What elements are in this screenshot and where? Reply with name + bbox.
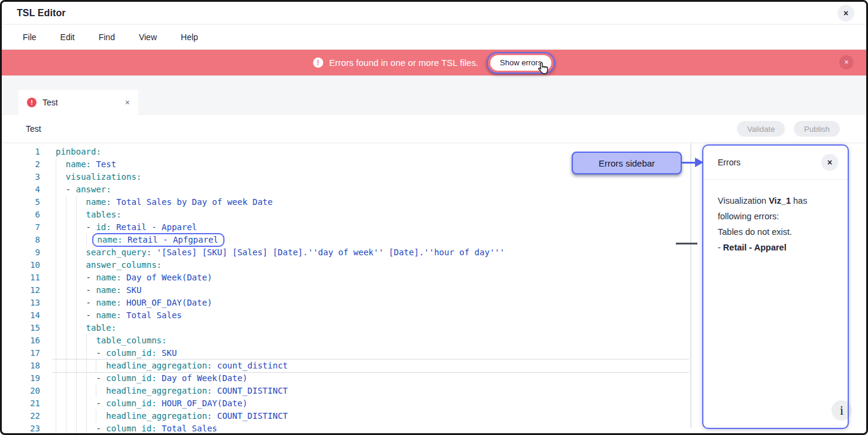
menu-find[interactable]: Find [99, 32, 115, 42]
code-line-content: headline_aggregation: COUNT_DISTINCT [52, 385, 689, 397]
sidebar-resize-handle[interactable] [676, 243, 697, 244]
menu-help[interactable]: Help [181, 32, 198, 42]
indent-guide [66, 422, 66, 435]
indent-guide [96, 360, 96, 372]
code-line-content: - name: Total Sales [52, 309, 689, 322]
indent-guide [66, 297, 66, 309]
indent-guide [66, 221, 66, 234]
code-line: 17 - column_id: SKU [2, 347, 689, 360]
indent-guide [86, 422, 87, 435]
indent-guide [96, 410, 96, 422]
errors-panel-title: Errors [718, 158, 740, 167]
code-line-content: - id: Retail - Apparel [52, 221, 689, 234]
indent-guide [56, 322, 56, 334]
line-number: 3 [2, 171, 40, 183]
line-number: 2 [2, 158, 40, 171]
indent-guide [76, 259, 77, 271]
code-line: 6 tables: [2, 209, 689, 221]
indent-guide [76, 209, 77, 221]
line-number: 18 [2, 360, 40, 372]
text-cursor-info-icon: i [831, 400, 852, 421]
tab-test[interactable]: ! Test × [19, 90, 138, 115]
indent-guide [56, 196, 56, 209]
close-icon: × [827, 158, 832, 167]
tab-error-badge-icon: ! [27, 98, 37, 107]
code-line-content: - answer: [52, 183, 689, 196]
code-line-content: name: Total Sales by Day of week Date [52, 196, 689, 209]
error-highlight-box: name: Retail - Apfgparel [92, 233, 224, 247]
code-area[interactable]: 1pinboard:2 name: Test3 visualizations:4… [2, 146, 689, 435]
tab-label: Test [43, 98, 125, 107]
code-line-content: - column_id: Day of Week(Date) [52, 372, 689, 385]
code-line: 7 - id: Retail - Apparel [2, 221, 689, 234]
indent-guide [66, 309, 66, 322]
error-banner: ! Errors found in one or more TSL files.… [2, 50, 866, 75]
tab-close-icon[interactable]: × [125, 98, 130, 107]
indent-guide [76, 422, 77, 435]
indent-guide [86, 334, 87, 347]
indent-guide [76, 360, 77, 372]
line-number: 10 [2, 259, 40, 271]
code-line-content: - column_id: SKU [52, 347, 689, 360]
line-number: 17 [2, 347, 40, 360]
line-number: 6 [2, 209, 40, 221]
error-message-line: - Retail - Apparel [718, 240, 834, 255]
titlebar: TSL Editor × [2, 2, 866, 25]
line-number: 5 [2, 196, 40, 209]
code-line: 21 - column_id: HOUR_OF_DAY(Date) [2, 397, 689, 410]
indent-guide [76, 410, 77, 422]
tab-strip: ! Test × [2, 75, 866, 115]
indent-guide [66, 271, 66, 284]
code-line-content: - name: Day of Week(Date) [52, 271, 689, 284]
errors-panel-body: Visualization Viz_1 has following errors… [703, 180, 848, 255]
indent-guide [76, 271, 77, 284]
editor-right-edge-divider [690, 143, 691, 428]
code-line-content: headline_aggregation: count_distinct [52, 360, 689, 372]
indent-guide [66, 196, 66, 209]
indent-guide [56, 259, 56, 271]
indent-guide [86, 234, 87, 246]
line-number: 13 [2, 297, 40, 309]
callout-label: Errors sidebar [599, 158, 655, 168]
document-title: Test [26, 124, 41, 134]
indent-guide [66, 334, 66, 347]
indent-guide [56, 158, 56, 171]
errors-panel-close-button[interactable]: × [821, 154, 838, 171]
indent-guide [56, 360, 56, 372]
line-number: 9 [2, 246, 40, 259]
indent-guide [66, 209, 66, 221]
indent-guide [76, 284, 77, 297]
indent-guide [56, 284, 56, 297]
code-line-content: - name: HOUR_OF_DAY(Date) [52, 297, 689, 309]
code-line: 13 - name: HOUR_OF_DAY(Date) [2, 297, 689, 309]
indent-guide [56, 246, 56, 259]
code-line-content: table_columns: [52, 334, 689, 347]
alert-circle-icon: ! [313, 58, 323, 68]
indent-guide [56, 347, 56, 360]
indent-guide [96, 385, 96, 397]
menu-edit[interactable]: Edit [60, 32, 75, 42]
menu-file[interactable]: File [23, 32, 37, 42]
code-line-content: headline_aggregation: COUNT_DISTINCT [52, 410, 689, 422]
indent-guide [56, 221, 56, 234]
indent-guide [86, 372, 87, 385]
code-line: 20 headline_aggregation: COUNT_DISTINCT [2, 385, 689, 397]
tsl-editor-window: TSL Editor × File Edit Find View Help ! … [0, 0, 868, 435]
code-line: 5 name: Total Sales by Day of week Date [2, 196, 689, 209]
errors-sidebar-panel: Errors × Visualization Viz_1 has followi… [702, 144, 849, 429]
code-line-content: table: [52, 322, 689, 334]
indent-guide [86, 410, 87, 422]
line-number: 4 [2, 183, 40, 196]
menu-view[interactable]: View [139, 32, 157, 42]
banner-close-button[interactable]: × [839, 55, 854, 70]
code-line-content: tables: [52, 209, 689, 221]
window-title: TSL Editor [17, 8, 66, 19]
window-close-button[interactable]: × [837, 5, 854, 22]
publish-button[interactable]: Publish [794, 121, 840, 137]
indent-guide [66, 322, 66, 334]
indent-guide [56, 385, 56, 397]
code-line: 11 - name: Day of Week(Date) [2, 271, 689, 284]
validate-button[interactable]: Validate [737, 121, 785, 137]
code-line: 18 headline_aggregation: count_distinct [2, 360, 689, 372]
indent-guide [56, 410, 56, 422]
